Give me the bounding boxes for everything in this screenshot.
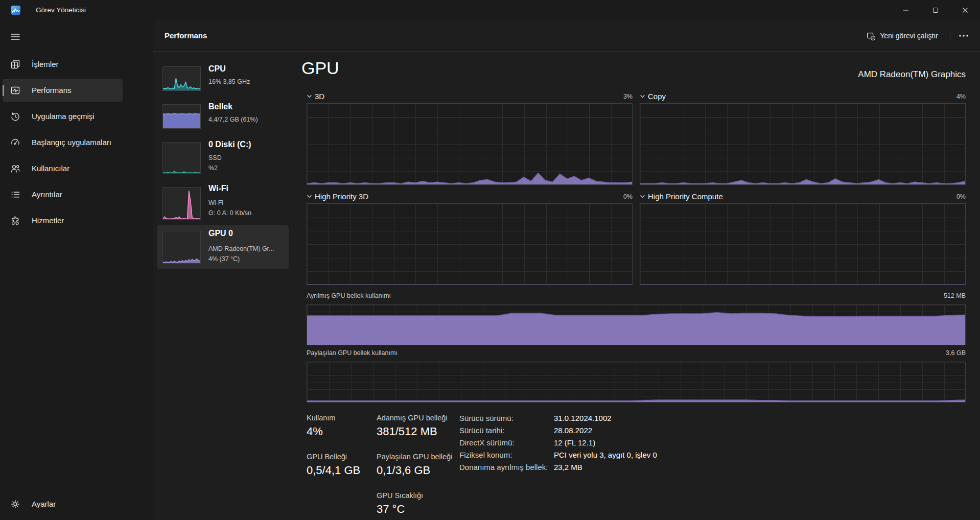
engine-utilization-chart-4[interactable] <box>640 203 966 285</box>
perf-item-subline: SSD <box>208 154 222 161</box>
engine-utilization-chart-3[interactable] <box>307 203 633 285</box>
sidebar-item-label: Kullanıcılar <box>32 157 69 180</box>
perf-item-title: 0 Diski (C:) <box>208 140 251 149</box>
perf-list-item-wifi[interactable]: Wi-FiWi-FiG: 0 A: 0 Kb/sn <box>157 183 289 222</box>
processes-icon <box>10 59 20 69</box>
maximize-icon <box>932 7 939 13</box>
perf-item-subline: Wi-Fi <box>208 199 223 206</box>
stat-label: Paylaşılan GPU belleği <box>377 453 452 461</box>
perf-item-subline: 16% 3,85 GHz <box>208 78 250 85</box>
driver-info-label: Sürücü sürümü: <box>459 414 514 422</box>
perf-list-item-bellek[interactable]: Bellek4,4/7,2 GB (61%) <box>157 101 289 134</box>
driver-info-label: Sürücü tarihi: <box>459 426 504 435</box>
maximize-button[interactable] <box>921 0 950 20</box>
task-manager-window: { "window": { "title": "Görev Yöneticisi… <box>0 0 980 520</box>
sidebar-item-islemler[interactable]: İşlemler <box>3 53 123 76</box>
stat-label: GPU Sıcaklığı <box>377 491 423 500</box>
driver-info-label: Fiziksel konum: <box>459 451 512 459</box>
sidebar-item-label: Hizmetler <box>32 209 64 232</box>
engine-utilization-value: 3% <box>307 93 633 100</box>
perf-item-title: CPU <box>208 64 226 74</box>
gpu-device-name: AMD Radeon(TM) Graphics <box>858 69 966 80</box>
engine-utilization-value: 4% <box>640 93 966 100</box>
stat-label: Kullanım <box>307 414 335 422</box>
stat-value: 381/512 MB <box>377 425 437 438</box>
new-task-icon <box>867 32 875 40</box>
gpu-section-title: GPU <box>301 58 339 78</box>
sidebar-item-label: Uygulama geçmişi <box>32 105 95 128</box>
disk-mini-chart <box>162 142 201 174</box>
engine-utilization-chart-2[interactable] <box>640 103 966 185</box>
engine-utilization-chart-1[interactable] <box>307 103 633 185</box>
gear-icon <box>10 499 20 509</box>
perf-item-subline: 4% (37 °C) <box>208 255 240 263</box>
header-separator <box>950 30 950 41</box>
navigation-menu-button[interactable] <box>6 28 25 46</box>
stat-value: 4% <box>307 425 323 438</box>
selected-accent-bar <box>3 85 4 96</box>
memory-chart-scale: 512 MB <box>307 292 966 299</box>
stat-value: 37 °C <box>377 503 405 516</box>
window-title: Görev Yöneticisi <box>36 0 86 20</box>
stat-label: GPU Belleği <box>307 453 347 461</box>
sidebar-item-ayarlar[interactable]: Ayarlar <box>3 492 123 516</box>
users-icon <box>10 163 20 174</box>
driver-info-value: PCI veri yolu 3, aygıt 0, işlev 0 <box>554 451 657 459</box>
title-bar[interactable]: Görev Yöneticisi <box>0 0 980 20</box>
gpu-mini-chart <box>162 231 201 264</box>
page-title: Performans <box>165 20 207 51</box>
perf-item-subline: G: 0 A: 0 Kb/sn <box>208 209 251 217</box>
services-icon <box>10 216 20 226</box>
sidebar-item-kullanicilar[interactable]: Kullanıcılar <box>3 157 123 180</box>
driver-info-value: 28.08.2022 <box>554 426 592 435</box>
engine-utilization-value: 0% <box>307 193 633 200</box>
details-icon <box>10 190 20 200</box>
minimize-button[interactable] <box>891 0 921 20</box>
perf-list-item-cpu[interactable]: CPU16% 3,85 GHz <box>157 63 289 96</box>
cpu-mini-chart <box>162 66 201 91</box>
driver-info-value: 31.0.12024.1002 <box>554 414 612 422</box>
sidebar-item-hizmetler[interactable]: Hizmetler <box>3 209 123 232</box>
hamburger-icon <box>10 32 20 42</box>
performance-icon <box>10 85 20 96</box>
perf-item-subline: 4,4/7,2 GB (61%) <box>208 116 258 123</box>
performance-panel: Performans Yeni görevi çalıştır CPU16% 3… <box>153 20 980 520</box>
sidebar-item-uygulama-gecmisi[interactable]: Uygulama geçmişi <box>3 105 123 128</box>
sidebar-item-baslangic-uygulamalari[interactable]: Başlangıç uygulamaları <box>3 131 123 154</box>
driver-info-label: Donanıma ayrılmış bellek: <box>459 463 548 471</box>
wifi-mini-chart <box>162 187 201 220</box>
driver-info-label: DirectX sürümü: <box>459 438 515 447</box>
perf-list-item-disk[interactable]: 0 Diski (C:)SSD%2 <box>157 139 289 178</box>
sidebar-item-performans[interactable]: Performans <box>3 79 123 102</box>
sidebar-item-label: Performans <box>32 79 72 102</box>
sidebar-item-label: Ayrıntılar <box>32 183 62 206</box>
perf-item-title: GPU 0 <box>208 229 233 238</box>
stat-label: Adanmış GPU belleği <box>377 414 448 422</box>
more-options-button[interactable] <box>953 28 974 44</box>
sidebar: İşlemlerPerformansUygulama geçmişiBaşlan… <box>0 20 153 520</box>
perf-list-item-gpu[interactable]: GPU 0AMD Radeon(TM) Gr...4% (37 °C) <box>157 225 289 269</box>
run-new-task-label: Yeni görevi çalıştır <box>880 32 938 40</box>
sidebar-item-label: Başlangıç uygulamaları <box>32 131 111 154</box>
sidebar-item-label: Ayarlar <box>32 492 56 516</box>
history-icon <box>10 111 20 122</box>
sidebar-item-ayrintilar[interactable]: Ayrıntılar <box>3 183 123 206</box>
engine-utilization-value: 0% <box>640 193 966 200</box>
run-new-task-button[interactable]: Yeni görevi çalıştır <box>862 28 942 44</box>
memory-chart-scale: 3,6 GB <box>307 349 966 357</box>
perf-item-title: Wi-Fi <box>208 184 228 193</box>
close-button[interactable] <box>950 0 980 20</box>
stat-value: 0,1/3,6 GB <box>377 464 430 477</box>
sidebar-item-label: İşlemler <box>32 53 59 76</box>
minimize-icon <box>903 7 909 13</box>
startup-icon <box>10 137 20 148</box>
memory-usage-chart-1[interactable] <box>307 304 966 345</box>
memory-usage-chart-2[interactable] <box>307 362 966 403</box>
panel-header: Performans Yeni görevi çalıştır <box>153 20 980 52</box>
more-options-icon <box>959 34 969 37</box>
perf-item-subline: %2 <box>208 164 218 172</box>
perf-item-subline: AMD Radeon(TM) Gr... <box>208 245 274 252</box>
perf-item-title: Bellek <box>208 102 232 111</box>
driver-info-value: 23,2 MB <box>554 463 582 471</box>
close-icon <box>962 7 968 13</box>
